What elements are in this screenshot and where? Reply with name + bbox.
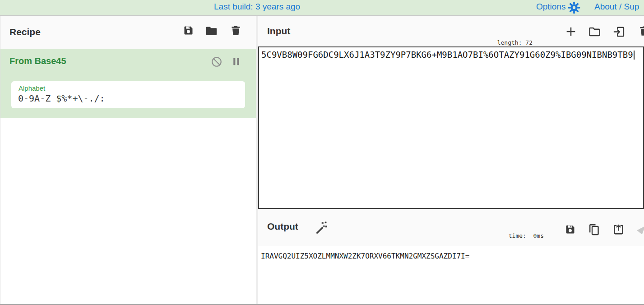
- add-tab-icon[interactable]: [565, 25, 577, 38]
- trash-icon[interactable]: [230, 24, 242, 37]
- output-title: Output: [267, 221, 298, 232]
- top-banner: Last build: 3 years ago Options About / …: [0, 0, 644, 15]
- recipe-panel: Recipe From Base45: [0, 16, 256, 305]
- recipe-operation-from-base45[interactable]: From Base45 Alphabet 0-9A-Z $%*+\-./:: [0, 49, 256, 118]
- about-link[interactable]: About / Sup: [594, 2, 639, 12]
- folder-icon[interactable]: [204, 24, 218, 38]
- last-build-link[interactable]: Last build: 3 years ago: [214, 2, 300, 12]
- save-icon[interactable]: [182, 24, 195, 37]
- input-header: Input length: 72 lines: 1: [258, 16, 644, 46]
- disable-icon[interactable]: [211, 56, 222, 68]
- text-cursor: [634, 51, 635, 60]
- input-text: 5C9VB8W09FG6DC9LX6J1A3T9ZY9P7BKG6+M9B1AO…: [261, 50, 633, 60]
- copy-output-icon[interactable]: [588, 223, 601, 236]
- magic-wand-icon[interactable]: [314, 221, 328, 235]
- open-folder-input-icon[interactable]: [612, 25, 626, 39]
- alphabet-value: 0-9A-Z $%*+\-./:: [18, 93, 105, 104]
- pause-icon[interactable]: [231, 56, 241, 67]
- clear-io-icon[interactable]: [638, 25, 644, 37]
- input-textarea[interactable]: 5C9VB8W09FG6DC9LX6J1A3T9ZY9P7BKG6+M9B1AO…: [258, 46, 644, 209]
- recipe-header: Recipe: [0, 16, 256, 49]
- alphabet-label: Alphabet: [19, 84, 45, 92]
- operation-title: From Base45: [9, 56, 66, 66]
- options-button[interactable]: Options: [536, 2, 565, 12]
- output-text: IRAVGQ2UIZ5XOZLMMNXW2ZK7ORXV66TKMN2GMXZS…: [261, 252, 469, 260]
- output-header: Output time: 0ms length: 48 lines: 1: [258, 209, 644, 246]
- maximise-output-icon[interactable]: [635, 224, 644, 236]
- gear-icon[interactable]: [568, 1, 580, 14]
- open-file-icon[interactable]: [588, 25, 602, 39]
- replace-input-icon[interactable]: [612, 223, 625, 236]
- input-title: Input: [267, 26, 290, 37]
- output-area: IRAVGQ2UIZ5XOZLMMNXW2ZK7ORXV66TKMN2GMXZS…: [258, 246, 644, 305]
- save-output-icon[interactable]: [564, 223, 576, 236]
- recipe-title: Recipe: [9, 27, 41, 37]
- alphabet-field[interactable]: Alphabet 0-9A-Z $%*+\-./:: [11, 81, 245, 108]
